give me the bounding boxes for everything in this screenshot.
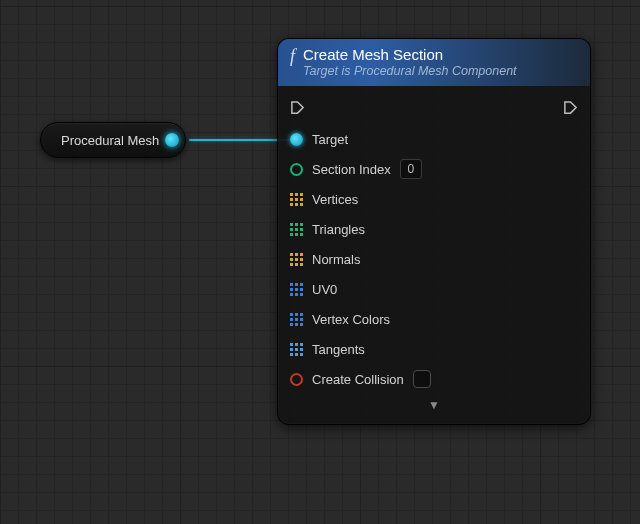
section-index-label: Section Index [312, 162, 391, 177]
node-title: Create Mesh Section [303, 46, 517, 63]
normals-label: Normals [312, 252, 360, 267]
expand-node-icon[interactable]: ▼ [290, 394, 578, 420]
vertices-pin[interactable] [290, 193, 303, 206]
node-body: Target Section Index 0 Vertices Triangle… [278, 86, 590, 424]
section-index-input[interactable]: 0 [400, 159, 422, 179]
section-index-pin[interactable] [290, 163, 303, 176]
normals-pin[interactable] [290, 253, 303, 266]
node-procedural-mesh-label: Procedural Mesh [61, 133, 159, 148]
tangents-pin[interactable] [290, 343, 303, 356]
node-subtitle: Target is Procedural Mesh Component [303, 64, 517, 78]
output-pin-procedural-mesh[interactable] [165, 133, 179, 147]
wire-procedural-mesh-to-target[interactable] [189, 139, 289, 141]
vertices-label: Vertices [312, 192, 358, 207]
uv0-pin[interactable] [290, 283, 303, 296]
node-header[interactable]: f Create Mesh Section Target is Procedur… [278, 39, 590, 86]
exec-in-pin[interactable] [290, 100, 305, 115]
node-create-mesh-section[interactable]: f Create Mesh Section Target is Procedur… [277, 38, 591, 425]
function-icon: f [290, 47, 295, 65]
vertex-colors-label: Vertex Colors [312, 312, 390, 327]
uv0-label: UV0 [312, 282, 337, 297]
create-collision-label: Create Collision [312, 372, 404, 387]
node-procedural-mesh[interactable]: Procedural Mesh [40, 122, 186, 158]
triangles-label: Triangles [312, 222, 365, 237]
exec-out-pin[interactable] [563, 100, 578, 115]
create-collision-checkbox[interactable] [413, 370, 431, 388]
target-label: Target [312, 132, 348, 147]
target-pin[interactable] [290, 133, 303, 146]
vertex-colors-pin[interactable] [290, 313, 303, 326]
triangles-pin[interactable] [290, 223, 303, 236]
create-collision-pin[interactable] [290, 373, 303, 386]
tangents-label: Tangents [312, 342, 365, 357]
